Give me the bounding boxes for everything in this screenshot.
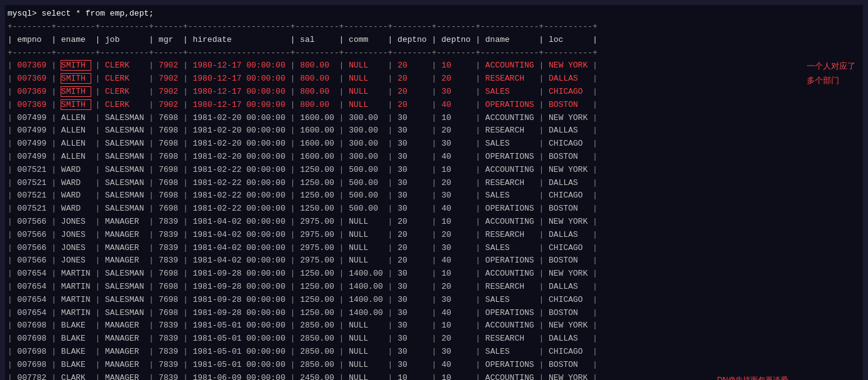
terminal-window: mysql> select * from emp,dept; +--------… [5,5,863,380]
command-line: mysql> select * from emp,dept; [7,9,861,18]
annotation: 一个人对应了 多个部门 [807,59,856,88]
table-output: +--------+--------+----------+------+---… [7,21,861,380]
watermark: DN@先搞面包再谈爱 [717,375,788,380]
